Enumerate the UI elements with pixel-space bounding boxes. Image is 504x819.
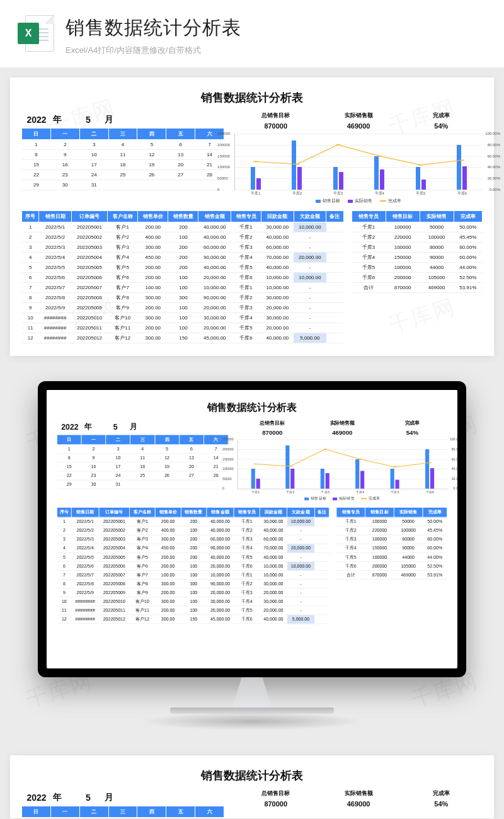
calendar-day: 5: [155, 445, 180, 454]
table-cell: 千库2: [336, 526, 365, 535]
kpi-label: 总销售目标: [234, 789, 317, 798]
table-cell: 2022/5/7: [71, 570, 99, 579]
table-cell: 10,000.00: [261, 283, 294, 293]
table-cell: 52.50%: [454, 273, 482, 283]
table-cell: 2022/5/4: [71, 544, 99, 553]
table-cell: 8: [57, 580, 71, 588]
calendar-day: 10: [106, 454, 130, 462]
table-cell: 客户7: [108, 283, 138, 293]
table-row: 62022/5/6202205006客户6200.0010020,000.00千…: [22, 273, 344, 283]
table-cell: 12: [22, 333, 39, 343]
calendar-header: 五: [166, 129, 195, 140]
calendar-day: 9: [50, 150, 79, 160]
calendar-day: 31: [106, 480, 130, 489]
table-cell: 90,000.00: [207, 544, 234, 553]
table-cell: 20,000.00: [198, 273, 231, 283]
table-row: 千库31000008000080.00%: [352, 243, 482, 253]
table-cell: 300.00: [138, 293, 168, 303]
calendar-header: 三: [108, 806, 137, 818]
period-row: 2022 年 5 月: [21, 112, 224, 128]
table-cell: 60,000.00: [207, 535, 234, 544]
table-cell: 100: [181, 606, 207, 615]
table-cell: 2022/5/7: [39, 283, 72, 293]
table-cell: 40,000.00: [260, 553, 287, 561]
table-cell: [326, 303, 343, 313]
table-cell: 2022/5/2: [71, 526, 99, 535]
table-cell: 30,000.00: [261, 222, 294, 232]
legend-item: 实际销售: [348, 198, 372, 204]
table-cell: 10: [57, 597, 71, 606]
table-cell: 40,000.00: [260, 526, 287, 535]
table-cell: 200: [168, 253, 198, 263]
table-row: 42022/5/4202205004客户4450.0020090,000.00千…: [57, 544, 329, 553]
table-cell: [326, 253, 343, 263]
table-cell: 20,000.00: [207, 561, 234, 570]
svg-point-11: [428, 462, 432, 464]
table-cell: 70,000.00: [260, 544, 287, 553]
period-row: 2022 年 5 月: [57, 420, 229, 435]
table-row: 72022/5/7202205007客户7100.0010010,000.00千…: [57, 570, 329, 579]
table-cell: 2022/5/9: [39, 303, 72, 313]
calendar-header: 五: [166, 806, 195, 818]
calendar-day: 19: [137, 160, 166, 170]
table-cell: 20,000.00: [207, 588, 234, 597]
table-row: 32022/5/3202205003客户3300.0020060,000.00千…: [57, 535, 329, 544]
table-cell: 20,000.00: [261, 323, 294, 333]
table-row: 52022/5/5202205005客户5200.0020040,000.00千…: [22, 263, 344, 273]
table-header: 订单编号: [71, 211, 107, 222]
table-header: 销售目标: [386, 211, 420, 222]
table-cell: 100: [181, 561, 207, 570]
table-cell: 100: [168, 303, 198, 313]
calendar-day: 13: [179, 454, 203, 462]
table-row: 11########202205011客户11200.0010020,000.0…: [22, 323, 344, 333]
table-cell: 45.45%: [454, 232, 482, 243]
table-cell: -: [294, 232, 326, 243]
table-header: 备注: [314, 507, 329, 517]
table-header: 实际销售: [394, 507, 423, 517]
table-cell: 千库4: [234, 597, 260, 606]
doc-title: 销售数据统计分析表: [21, 86, 483, 112]
table-cell: 千库5: [234, 553, 260, 561]
table-cell: 202205008: [71, 293, 107, 303]
table-cell: 100000: [394, 526, 423, 535]
calendar-day: 19: [155, 462, 180, 471]
table-cell: 千库4: [336, 544, 365, 553]
bottom-preview-strip: 销售数据统计分析表 2022 年 5 月 日一二三四五六 总销售目标870000…: [10, 755, 494, 818]
table-cell: [326, 273, 343, 283]
calendar-header: 五: [179, 435, 203, 445]
kpi-value: 469000: [317, 800, 399, 808]
table-cell: 11: [57, 606, 71, 615]
calendar-day: 30: [50, 180, 79, 190]
month-value: 5: [103, 423, 128, 432]
table-header: 完成率: [423, 507, 447, 517]
table-row: 12022/5/1202205001客户1200.0020040,000.00千…: [57, 517, 329, 526]
template-preview-card: 销售数据统计分析表 2022 年 5 月 日一二三四五六 12345678910…: [47, 390, 457, 635]
table-row: 92022/5/9202205009客户9200.0010020,000.00千…: [22, 303, 344, 313]
calendar-day: 2: [81, 445, 106, 454]
table-cell: 客户6: [108, 273, 138, 283]
table-cell: 客户4: [130, 544, 156, 553]
table-cell: 客户3: [108, 243, 138, 253]
table-cell: 300.00: [138, 313, 168, 323]
table-cell: 千库5: [234, 606, 260, 615]
table-cell: 44.00%: [454, 263, 482, 273]
table-row: 12########202205012客户12300.0015045,000.0…: [22, 333, 344, 343]
table-cell: 2: [57, 526, 71, 535]
table-row: 千库31000008000080.00%: [336, 535, 447, 544]
calendar-day: 17: [106, 462, 130, 471]
table-cell: 150: [168, 333, 198, 343]
table-cell: 千库1: [336, 517, 365, 526]
table-cell: 105000: [420, 273, 454, 283]
calendar-day: 22: [57, 471, 81, 480]
svg-point-9: [358, 459, 362, 460]
table-header: 回款金额: [260, 507, 287, 517]
table-cell: 40,000.00: [261, 263, 294, 273]
calendar-day: 29: [57, 480, 81, 489]
table-header: 销售专员: [234, 507, 260, 517]
table-cell: 2022/5/5: [71, 553, 99, 561]
table-cell: 100: [168, 323, 198, 333]
table-cell: 220000: [386, 232, 420, 243]
table-cell: ########: [71, 597, 99, 606]
table-cell: 202205006: [99, 561, 130, 570]
table-cell: 千库3: [234, 588, 260, 597]
